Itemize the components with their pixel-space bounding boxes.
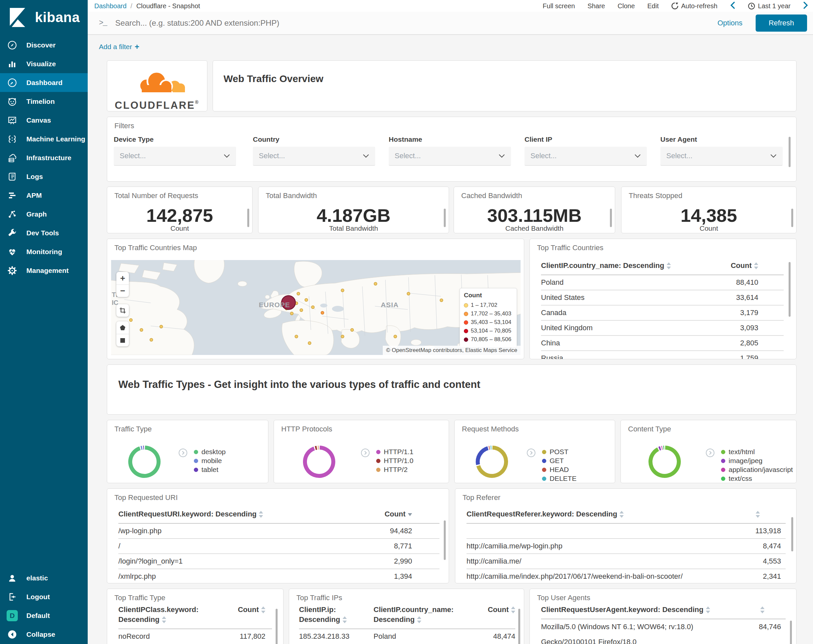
column-header[interactable]	[746, 605, 785, 615]
sidebar-item-dev-tools[interactable]: Dev Tools	[0, 224, 88, 242]
user-agents-scrollbar[interactable]	[790, 621, 792, 644]
column-header[interactable]: ClientRequestUserAgent.keyword: Descendi…	[541, 605, 746, 615]
filter-select[interactable]: Select...	[114, 147, 236, 166]
legend-expand-icon[interactable]	[179, 449, 187, 458]
share-button[interactable]: Share	[588, 2, 605, 10]
map-zoom-in-button[interactable]: +	[117, 272, 129, 284]
sidebar-item-canvas[interactable]: Canvas	[0, 111, 88, 130]
filter-select[interactable]: Select...	[660, 147, 783, 166]
sidebar-item-discover[interactable]: Discover	[0, 35, 88, 54]
table-cell: Poland	[374, 632, 472, 641]
filter-select[interactable]: Select...	[389, 147, 511, 166]
sidebar-footer: elasticLogoutDDefaultCollapse	[0, 569, 88, 644]
legend-expand-icon[interactable]	[527, 449, 535, 458]
sidebar-item-machine-learning[interactable]: Machine Learning	[0, 130, 88, 148]
table-cell: http://camilia.me/wp-login.php	[466, 542, 726, 550]
donut-legend-item[interactable]: HTTP/1.0	[376, 457, 413, 465]
legend-dot	[376, 459, 380, 463]
table-row: /wp-login.php94,482	[118, 523, 439, 538]
metric-scrollbar[interactable]	[247, 209, 249, 227]
donut-legend-item[interactable]: HEAD	[542, 466, 569, 474]
donut-legend-item[interactable]: HTTP/2	[376, 466, 408, 474]
add-filter-link[interactable]: Add a filter +	[99, 42, 139, 51]
top-referer-panel: Top Referer ClientRequestReferer.keyword…	[455, 488, 796, 583]
table-cell: United States	[541, 293, 718, 302]
donut-legend-item[interactable]: mobile	[194, 457, 222, 465]
column-header[interactable]: ClientIP.ip: Descending	[299, 605, 374, 624]
donut-legend-item[interactable]: POST	[542, 448, 568, 456]
sidebar-item-dashboard[interactable]: Dashboard	[0, 73, 88, 92]
time-range-button[interactable]: Last 1 year	[748, 2, 791, 10]
column-header[interactable]: Count	[718, 261, 784, 271]
uri-scrollbar[interactable]	[444, 520, 446, 560]
filters-scrollbar[interactable]	[788, 137, 791, 167]
sidebar-item-logs[interactable]: Logs	[0, 167, 88, 186]
sidebar-item-infrastructure[interactable]: Infrastructure	[0, 148, 88, 167]
donut-legend-item[interactable]: tablet	[194, 466, 218, 474]
sidebar-item-visualize[interactable]: Visualize	[0, 54, 88, 73]
column-header[interactable]: ClientIPClass.keyword: Descending	[118, 605, 222, 624]
table-cell: 185.234.218.33	[299, 632, 374, 641]
sidebar-footer-logout[interactable]: Logout	[0, 587, 88, 606]
metric-scrollbar[interactable]	[444, 209, 446, 227]
donut-legend-item[interactable]: application/javascript	[721, 466, 793, 474]
metric-scrollbar[interactable]	[791, 209, 793, 227]
map-viewport[interactable]: TH IC EUROPE ASIA + − Count 1 – 17,70217…	[111, 260, 521, 355]
traffic-type-scrollbar[interactable]	[276, 609, 278, 644]
column-header[interactable]	[726, 509, 785, 519]
metric-scrollbar[interactable]	[610, 209, 612, 227]
search-input[interactable]	[115, 18, 718, 28]
legend-expand-icon[interactable]	[361, 449, 370, 458]
filter-select[interactable]: Select...	[253, 147, 375, 166]
column-header[interactable]: ClientRequestURI.keyword: Descending	[118, 509, 367, 519]
donut-legend-item[interactable]: image/jpeg	[721, 457, 762, 465]
column-header[interactable]: ClientIP.country_name: Descending	[541, 261, 718, 271]
donut-legend-item[interactable]: text/css	[721, 475, 752, 483]
donut-legend-item[interactable]: DELETE	[542, 475, 577, 483]
referer-scrollbar[interactable]	[791, 517, 793, 551]
sidebar-nav: DiscoverVisualizeDashboardTimelionCanvas…	[0, 35, 88, 280]
breadcrumb-dashboard-link[interactable]: Dashboard	[94, 2, 127, 10]
time-back-button[interactable]	[730, 1, 735, 11]
sidebar-item-timelion[interactable]: Timelion	[0, 92, 88, 111]
map-polygon-button[interactable]	[117, 321, 129, 334]
sidebar-item-apm[interactable]: APM	[0, 186, 88, 205]
column-header[interactable]: ClientIP.country_name: Descending	[374, 605, 472, 624]
table-row: http://camilia.me/wp-login.php8,474	[466, 538, 785, 554]
legend-expand-icon[interactable]	[706, 449, 715, 458]
sidebar-item-management[interactable]: Management	[0, 261, 88, 280]
map-panel-title: Top Traffic Countries Map	[114, 244, 197, 252]
time-forward-button[interactable]	[803, 1, 808, 11]
options-link[interactable]: Options	[717, 19, 742, 28]
map-rectangle-button[interactable]	[117, 334, 129, 347]
donut-panel-content-type: Content Type text/htmlimage/jpegapplicat…	[620, 420, 796, 483]
map-zoom-out-button[interactable]: −	[117, 284, 129, 297]
donut-legend-item[interactable]: desktop	[194, 448, 226, 456]
column-header[interactable]: ClientRequestReferer.keyword: Descending	[466, 509, 726, 519]
auto-refresh-button[interactable]: Auto-refresh	[671, 2, 717, 10]
countries-scrollbar[interactable]	[788, 262, 791, 317]
kibana-logo[interactable]: kibana	[0, 0, 88, 35]
edit-button[interactable]: Edit	[647, 2, 659, 10]
column-header[interactable]: Count	[367, 509, 439, 519]
donut-legend-item[interactable]: text/html	[721, 448, 755, 456]
filter-select[interactable]: Select...	[525, 147, 647, 166]
refresh-button[interactable]: Refresh	[756, 14, 807, 32]
sidebar-footer-space[interactable]: DDefault	[0, 606, 88, 625]
column-header[interactable]: Count	[222, 605, 272, 615]
map-crop-button[interactable]	[117, 304, 129, 317]
sidebar-footer-user[interactable]: elastic	[0, 569, 88, 587]
ips-scrollbar[interactable]	[518, 609, 520, 644]
column-header[interactable]: Count	[472, 605, 515, 615]
chevron-right-icon	[803, 1, 808, 9]
table-cell: 8,474	[726, 542, 785, 550]
table-cell: 48,474	[472, 632, 515, 641]
table-cell: 33,614	[718, 293, 784, 302]
donut-legend-item[interactable]: GET	[542, 457, 564, 465]
sidebar-footer-collapse[interactable]: Collapse	[0, 625, 88, 644]
full-screen-button[interactable]: Full screen	[543, 2, 575, 10]
donut-legend-item[interactable]: HTTP/1.1	[376, 448, 413, 456]
sidebar-item-monitoring[interactable]: Monitoring	[0, 242, 88, 261]
clone-button[interactable]: Clone	[618, 2, 635, 10]
sidebar-item-graph[interactable]: Graph	[0, 205, 88, 224]
